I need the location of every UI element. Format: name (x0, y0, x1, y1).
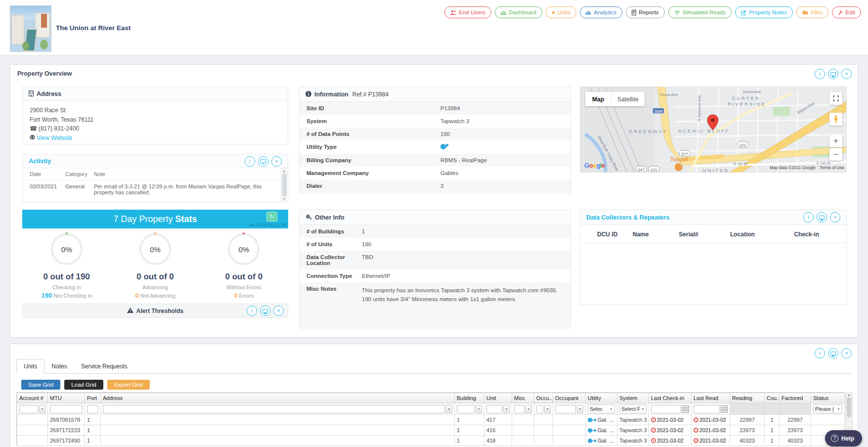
monitor-icon[interactable] (828, 348, 838, 358)
cell-account[interactable] (17, 425, 48, 436)
close-icon[interactable]: × (271, 156, 282, 167)
col-address[interactable]: Address (101, 393, 455, 403)
cell-system[interactable]: Tapwatch 3 (617, 415, 649, 425)
filter-status-select[interactable]: Please (▼ (813, 404, 842, 413)
cell-system[interactable]: Tapwatch 3 (617, 425, 649, 436)
col-account[interactable]: Account # (17, 393, 48, 403)
dashboard-button[interactable]: Dashboard (495, 6, 542, 18)
cell-occupant[interactable] (553, 415, 586, 425)
cell-mtu[interactable]: 2697172490 (48, 436, 85, 446)
filter-mtu-input[interactable] (50, 405, 83, 413)
cell-misc[interactable] (512, 425, 534, 436)
cell-building[interactable]: 1 (455, 436, 484, 446)
info-icon[interactable]: i (815, 69, 825, 79)
filter-last-checkin-input[interactable] (651, 405, 681, 413)
monitor-icon[interactable] (828, 69, 838, 79)
cell-reading[interactable]: 22997 (730, 415, 765, 425)
reports-button[interactable]: Reports (626, 6, 664, 18)
cell-unit[interactable]: 418 (484, 436, 512, 446)
tab-service-requests[interactable]: Service Requests (74, 359, 134, 373)
cell-utility[interactable]: Gal. ... (586, 436, 617, 446)
close-icon[interactable]: × (841, 69, 852, 79)
cell-unit[interactable]: 416 (484, 425, 512, 436)
property-notes-button[interactable]: Property Notes (735, 6, 793, 18)
chevron-down-icon[interactable]: ▼ (525, 405, 532, 413)
cell-account[interactable] (17, 415, 48, 425)
chevron-down-icon[interactable]: ▼ (476, 405, 482, 413)
close-icon[interactable]: × (830, 212, 840, 223)
scroll-up-icon[interactable]: ▲ (283, 169, 286, 173)
cell-last-checkin[interactable]: 2021-03-02 (649, 415, 692, 425)
cell-last-read[interactable]: 2021-03-02 (692, 436, 730, 446)
cell-utility[interactable]: Gal. ... (586, 415, 617, 425)
col-misc[interactable]: Misc (512, 393, 534, 403)
cell-misc[interactable] (512, 415, 534, 425)
monitor-icon[interactable] (817, 212, 827, 223)
cell-status[interactable] (811, 415, 845, 425)
cell-last-checkin[interactable]: 2021-03-02 (649, 436, 692, 446)
filter-occupant-input[interactable] (555, 405, 576, 413)
zoom-out-button[interactable]: − (829, 148, 842, 161)
map-button[interactable]: Map (585, 92, 611, 106)
satellite-button[interactable]: Satellite (611, 92, 645, 106)
filter-system-select[interactable]: Select F▼ (619, 404, 647, 413)
activity-scrollbar[interactable]: ▲ ▼ (281, 168, 287, 202)
cell-system[interactable]: Tapwatch 3 (617, 436, 649, 446)
filter-unit-input[interactable] (486, 405, 502, 413)
chevron-down-icon[interactable]: ▼ (503, 405, 510, 413)
simulated-reads-button[interactable]: Simulated Reads (668, 6, 732, 18)
zoom-in-button[interactable]: + (829, 134, 842, 147)
scroll-down-icon[interactable]: ▼ (283, 197, 286, 201)
cell-mtu[interactable]: 2697172223 (48, 425, 85, 436)
filter-port-input[interactable] (87, 405, 98, 413)
cell-occupant[interactable] (553, 436, 586, 446)
cell-occu[interactable] (534, 436, 553, 446)
refresh-icon[interactable]: ↻ (266, 212, 277, 222)
monitor-icon[interactable] (258, 156, 268, 167)
save-grid-button[interactable]: Save Grid (21, 380, 60, 390)
calendar-icon[interactable] (682, 405, 689, 413)
cell-factored[interactable]: 40323 (780, 436, 811, 446)
filter-occu-input[interactable] (536, 405, 543, 413)
table-row[interactable]: 2697172223 1 1 416 Gal. ... Tapwatch 3 2… (17, 425, 845, 436)
col-building[interactable]: Building (455, 393, 484, 403)
pegman-icon[interactable] (829, 113, 842, 126)
load-grid-button[interactable]: Load Grid (64, 380, 103, 390)
cell-unit[interactable]: 417 (484, 415, 512, 425)
chevron-down-icon[interactable]: ▼ (577, 405, 583, 413)
fullscreen-icon[interactable] (829, 92, 842, 105)
col-reading[interactable]: Reading (730, 393, 765, 403)
map-terms-link[interactable]: Terms of Use (820, 165, 844, 170)
filter-account-input[interactable] (19, 405, 38, 413)
cell-utility[interactable]: Gal. ... (586, 425, 617, 436)
edit-button[interactable]: Edit (832, 6, 861, 18)
close-icon[interactable]: × (841, 348, 852, 358)
help-button[interactable]: ? Help (825, 430, 862, 447)
table-row[interactable]: 2697172490 1 1 418 Gal. ... Tapwatch 3 2… (17, 436, 845, 446)
cell-factored[interactable]: 22997 (780, 415, 811, 425)
cell-cou[interactable]: 1 (765, 415, 780, 425)
cell-account[interactable] (17, 436, 48, 446)
view-website-link[interactable]: View Website (37, 134, 72, 141)
calendar-icon[interactable] (721, 405, 728, 413)
col-status[interactable]: Status (811, 393, 845, 403)
cell-reading[interactable]: 23973 (730, 425, 765, 436)
info-icon[interactable]: i (803, 212, 814, 223)
cell-port[interactable]: 1 (85, 425, 101, 436)
filter-building-input[interactable] (457, 405, 475, 413)
chevron-down-icon[interactable]: ▼ (446, 405, 452, 413)
close-icon[interactable]: × (273, 306, 284, 316)
col-utility[interactable]: Utility (586, 393, 617, 403)
export-grid-button[interactable]: Export Grid (107, 380, 150, 390)
cell-misc[interactable] (512, 436, 534, 446)
info-icon[interactable]: i (245, 156, 255, 167)
col-last-checkin[interactable]: Last Check-in (649, 393, 692, 403)
cell-port[interactable]: 1 (85, 415, 101, 425)
filter-utility-select[interactable]: Selec▼ (588, 404, 615, 413)
info-icon[interactable]: i (815, 348, 825, 358)
cell-port[interactable]: 1 (85, 436, 101, 446)
cell-occupant[interactable] (553, 425, 586, 436)
col-system[interactable]: System (617, 393, 649, 403)
info-icon[interactable]: i (247, 306, 257, 316)
col-unit[interactable]: Unit (484, 393, 512, 403)
